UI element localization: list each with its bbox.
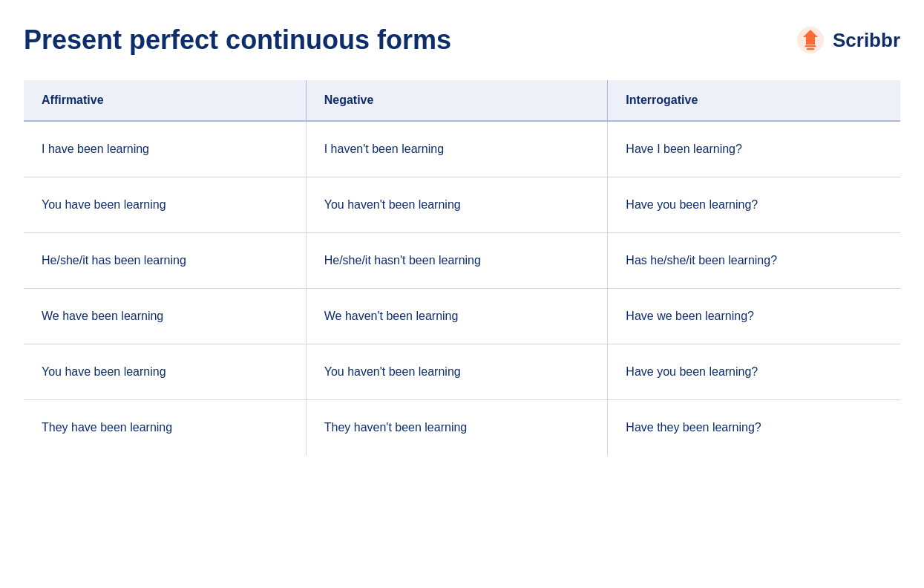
cell-interrogative-0: Have I been learning? [608,121,900,177]
page-title: Present perfect continuous forms [24,24,451,56]
scribbr-logo-icon [794,24,827,56]
col-header-negative: Negative [306,80,608,121]
cell-negative-1: You haven't been learning [306,177,608,233]
table-row: We have been learningWe haven't been lea… [24,289,900,344]
conjugation-table: Affirmative Negative Interrogative I hav… [24,80,900,455]
cell-affirmative-2: He/she/it has been learning [24,233,306,289]
table-row: You have been learningYou haven't been l… [24,344,900,400]
logo-text: Scribbr [833,29,900,52]
cell-affirmative-5: They have been learning [24,400,306,456]
logo: Scribbr [794,24,900,56]
cell-interrogative-4: Have you been learning? [608,344,900,400]
cell-negative-4: You haven't been learning [306,344,608,400]
cell-negative-3: We haven't been learning [306,289,608,344]
cell-affirmative-3: We have been learning [24,289,306,344]
table-row: You have been learningYou haven't been l… [24,177,900,233]
table-row: They have been learningThey haven't been… [24,400,900,456]
page-header: Present perfect continuous forms Scribbr [24,24,900,56]
cell-interrogative-2: Has he/she/it been learning? [608,233,900,289]
cell-negative-5: They haven't been learning [306,400,608,456]
table-row: He/she/it has been learningHe/she/it has… [24,233,900,289]
cell-interrogative-3: Have we been learning? [608,289,900,344]
col-header-interrogative: Interrogative [608,80,900,121]
col-header-affirmative: Affirmative [24,80,306,121]
table-header-row: Affirmative Negative Interrogative [24,80,900,121]
cell-interrogative-5: Have they been learning? [608,400,900,456]
cell-negative-2: He/she/it hasn't been learning [306,233,608,289]
cell-affirmative-4: You have been learning [24,344,306,400]
table-row: I have been learningI haven't been learn… [24,121,900,177]
cell-negative-0: I haven't been learning [306,121,608,177]
cell-affirmative-0: I have been learning [24,121,306,177]
cell-affirmative-1: You have been learning [24,177,306,233]
cell-interrogative-1: Have you been learning? [608,177,900,233]
